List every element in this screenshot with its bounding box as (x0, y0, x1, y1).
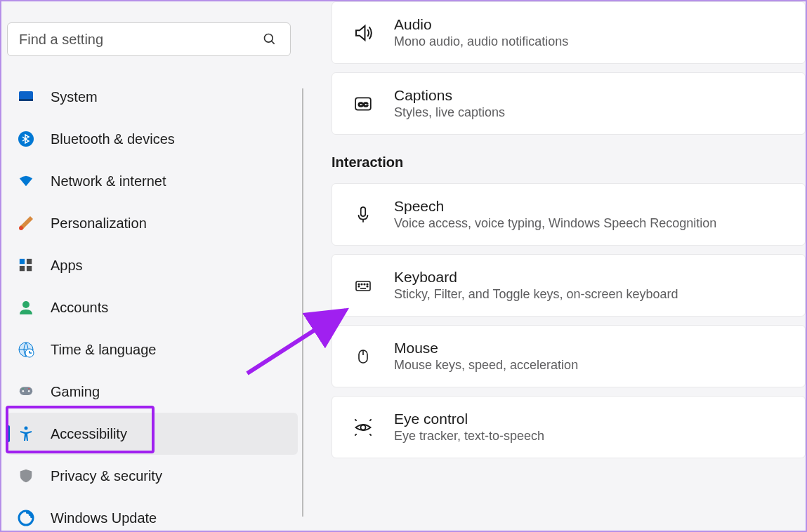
section-header-interaction: Interaction (332, 154, 806, 171)
search-box[interactable] (7, 22, 291, 56)
setting-card-eye-control[interactable]: Eye control Eye tracker, text-to-speech (332, 396, 806, 458)
svg-point-38 (361, 425, 366, 430)
captions-icon: CC (352, 93, 374, 115)
svg-rect-9 (27, 266, 32, 271)
card-text: Keyboard Sticky, Filter, and Toggle keys… (394, 269, 678, 302)
mouse-icon (352, 345, 374, 368)
svg-point-5 (19, 226, 23, 230)
card-text: Eye control Eye tracker, text-to-speech (394, 411, 544, 444)
person-icon (17, 298, 35, 317)
setting-card-audio[interactable]: Audio Mono audio, audio notifications (332, 1, 806, 64)
svg-rect-3 (19, 99, 33, 101)
sidebar-item-bluetooth[interactable]: Bluetooth & devices (7, 118, 298, 160)
speaker-icon (352, 22, 374, 44)
svg-point-18 (28, 390, 29, 392)
sidebar-item-accessibility[interactable]: Accessibility (7, 413, 298, 455)
microphone-icon (352, 204, 374, 226)
svg-point-21 (25, 427, 28, 430)
svg-point-33 (358, 286, 360, 287)
card-subtitle: Mono audio, audio notifications (394, 34, 568, 49)
sidebar-item-label: Accessibility (51, 426, 127, 442)
svg-point-19 (22, 388, 24, 390)
sidebar: System Bluetooth & devices Network & int… (1, 1, 303, 531)
svg-point-0 (265, 34, 273, 43)
card-subtitle: Mouse keys, speed, acceleration (394, 358, 578, 373)
globe-clock-icon (17, 340, 35, 359)
card-title: Eye control (394, 411, 544, 427)
card-text: Speech Voice access, voice typing, Windo… (394, 198, 716, 231)
sidebar-item-network[interactable]: Network & internet (7, 160, 298, 202)
card-title: Audio (394, 16, 568, 33)
card-title: Mouse (394, 340, 578, 357)
sidebar-item-label: Gaming (51, 384, 100, 400)
svg-rect-16 (20, 387, 32, 395)
svg-point-17 (22, 390, 24, 392)
scrollbar[interactable] (302, 88, 303, 517)
sidebar-item-time[interactable]: Time & language (7, 328, 298, 371)
system-icon (17, 88, 35, 106)
eye-icon (352, 416, 374, 439)
card-text: Mouse Mouse keys, speed, acceleration (394, 340, 578, 373)
svg-rect-7 (27, 259, 32, 264)
svg-point-31 (364, 284, 365, 285)
svg-text:CC: CC (358, 100, 368, 108)
sidebar-item-update[interactable]: Windows Update (7, 497, 298, 532)
card-title: Captions (394, 87, 505, 104)
card-title: Keyboard (394, 269, 678, 286)
sidebar-item-label: Apps (51, 258, 83, 274)
apps-icon (17, 256, 35, 274)
setting-card-captions[interactable]: CC Captions Styles, live captions (332, 72, 806, 135)
gamepad-icon (17, 383, 35, 401)
svg-line-1 (272, 41, 275, 44)
setting-card-mouse[interactable]: Mouse Mouse keys, speed, acceleration (332, 325, 806, 387)
sidebar-item-gaming[interactable]: Gaming (7, 371, 298, 413)
setting-card-keyboard[interactable]: Keyboard Sticky, Filter, and Toggle keys… (332, 254, 806, 317)
card-text: Captions Styles, live captions (394, 87, 505, 120)
search-input[interactable] (19, 32, 261, 48)
keyboard-icon (352, 274, 374, 297)
sidebar-item-label: Bluetooth & devices (51, 131, 175, 147)
sidebar-item-label: System (51, 89, 98, 105)
svg-point-20 (28, 388, 29, 390)
sidebar-item-privacy[interactable]: Privacy & security (7, 455, 298, 497)
sidebar-item-system[interactable]: System (7, 76, 298, 118)
brush-icon (17, 214, 35, 232)
sidebar-item-label: Privacy & security (51, 468, 162, 484)
card-subtitle: Styles, live captions (394, 105, 505, 120)
card-subtitle: Sticky, Filter, and Toggle keys, on-scre… (394, 287, 678, 302)
svg-point-30 (361, 284, 362, 285)
bluetooth-icon (17, 130, 35, 148)
card-subtitle: Voice access, voice typing, Windows Spee… (394, 216, 716, 231)
svg-point-32 (367, 284, 368, 285)
svg-rect-8 (20, 266, 25, 271)
sidebar-item-apps[interactable]: Apps (7, 244, 298, 286)
sidebar-item-label: Time & language (51, 342, 156, 358)
sidebar-item-personalization[interactable]: Personalization (7, 202, 298, 244)
accessibility-icon (17, 425, 35, 443)
sidebar-item-label: Accounts (51, 300, 108, 316)
wifi-icon (17, 172, 35, 190)
svg-point-34 (367, 286, 368, 287)
nav-list: System Bluetooth & devices Network & int… (7, 76, 298, 532)
svg-point-10 (22, 301, 29, 308)
sidebar-item-label: Windows Update (51, 510, 157, 526)
sidebar-item-label: Network & internet (51, 173, 166, 189)
svg-rect-26 (361, 207, 366, 216)
svg-rect-6 (20, 259, 25, 264)
card-title: Speech (394, 198, 716, 215)
setting-card-speech[interactable]: Speech Voice access, voice typing, Windo… (332, 183, 806, 246)
main-content: Audio Mono audio, audio notifications CC… (303, 1, 806, 531)
shield-icon (17, 467, 35, 485)
sidebar-item-accounts[interactable]: Accounts (7, 286, 298, 328)
svg-point-29 (358, 284, 360, 285)
card-text: Audio Mono audio, audio notifications (394, 16, 568, 49)
update-icon (17, 509, 35, 527)
search-icon (261, 30, 279, 48)
card-subtitle: Eye tracker, text-to-speech (394, 429, 544, 444)
sidebar-item-label: Personalization (51, 215, 147, 232)
